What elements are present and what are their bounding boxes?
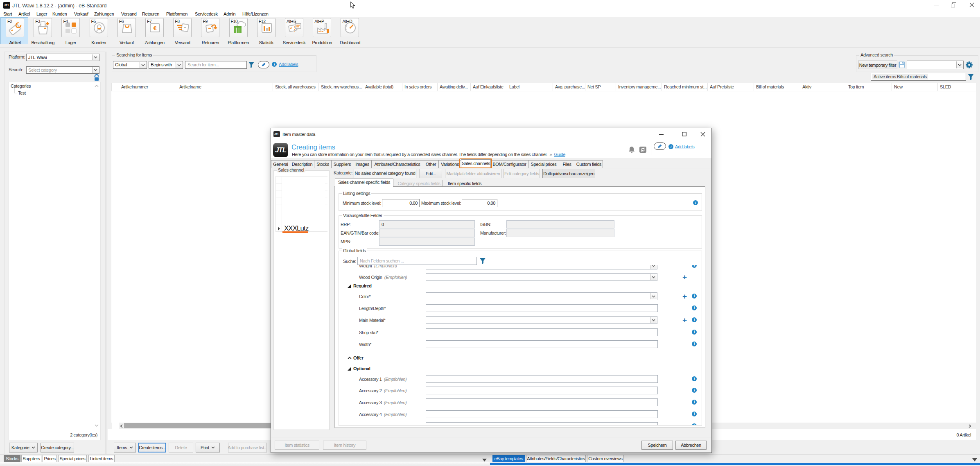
svg-text:€: € — [154, 25, 157, 32]
